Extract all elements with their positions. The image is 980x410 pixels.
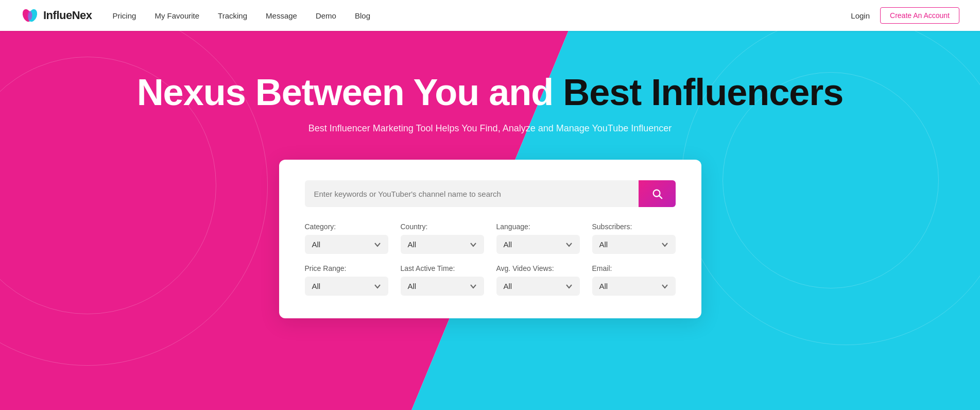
- chevron-down-icon: [374, 283, 381, 290]
- hero-section: Nexus Between You and Best Influencers B…: [0, 31, 980, 410]
- filter-category-select[interactable]: All: [305, 235, 388, 254]
- chevron-down-icon: [374, 241, 381, 248]
- nav-links: Pricing My Favourite Tracking Message De…: [113, 11, 851, 20]
- filter-price-range-value: All: [312, 282, 321, 291]
- hero-subtitle: Best Influencer Marketing Tool Helps You…: [308, 123, 672, 134]
- hero-title: Nexus Between You and Best Influencers: [137, 72, 844, 113]
- nav-right: Login Create An Account: [851, 7, 959, 24]
- logo-icon: [21, 6, 39, 25]
- filter-grid: Category: All Country: All Language:: [305, 223, 676, 296]
- filter-last-active-time-label: Last Active Time:: [401, 264, 484, 272]
- chevron-down-icon: [661, 283, 668, 290]
- filter-price-range-select[interactable]: All: [305, 277, 388, 296]
- chevron-down-icon: [565, 241, 573, 248]
- filter-language-value: All: [504, 240, 512, 249]
- create-account-button[interactable]: Create An Account: [880, 7, 959, 24]
- filter-country-label: Country:: [401, 223, 484, 231]
- filter-price-range-label: Price Range:: [305, 264, 388, 272]
- nav-my-favourite[interactable]: My Favourite: [154, 11, 199, 20]
- nav-tracking[interactable]: Tracking: [218, 11, 247, 20]
- filter-subscribers: Subscribers: All: [592, 223, 676, 254]
- chevron-down-icon: [565, 283, 573, 290]
- filter-email-select[interactable]: All: [592, 277, 676, 296]
- nav-pricing[interactable]: Pricing: [113, 11, 136, 20]
- filter-language-label: Language:: [496, 223, 580, 231]
- search-input[interactable]: [305, 180, 639, 207]
- filter-last-active-time: Last Active Time: All: [401, 264, 484, 296]
- search-card: Category: All Country: All Language:: [279, 160, 701, 318]
- filter-country-value: All: [408, 240, 417, 249]
- svg-line-4: [659, 196, 662, 198]
- nav-blog[interactable]: Blog: [355, 11, 370, 20]
- chevron-down-icon: [470, 283, 477, 290]
- filter-language: Language: All: [496, 223, 580, 254]
- search-button[interactable]: [639, 180, 676, 207]
- chevron-down-icon: [661, 241, 668, 248]
- filter-avg-video-views-select[interactable]: All: [496, 277, 580, 296]
- svg-point-2: [28, 11, 32, 20]
- filter-avg-video-views-value: All: [504, 282, 512, 291]
- filter-subscribers-select[interactable]: All: [592, 235, 676, 254]
- filter-country-select[interactable]: All: [401, 235, 484, 254]
- filter-category: Category: All: [305, 223, 388, 254]
- filter-email-value: All: [599, 282, 608, 291]
- filter-last-active-time-select[interactable]: All: [401, 277, 484, 296]
- filter-last-active-time-value: All: [408, 282, 417, 291]
- logo[interactable]: InflueNex: [21, 6, 92, 25]
- hero-title-white: Nexus Between You and: [137, 72, 563, 113]
- chevron-down-icon: [470, 241, 477, 248]
- filter-price-range: Price Range: All: [305, 264, 388, 296]
- filter-email: Email: All: [592, 264, 676, 296]
- hero-title-black: Best Influencers: [563, 72, 843, 113]
- nav-message[interactable]: Message: [266, 11, 297, 20]
- filter-avg-video-views-label: Avg. Video Views:: [496, 264, 580, 272]
- filter-subscribers-value: All: [599, 240, 608, 249]
- search-row: [305, 180, 676, 207]
- filter-language-select[interactable]: All: [496, 235, 580, 254]
- navbar: InflueNex Pricing My Favourite Tracking …: [0, 0, 980, 31]
- nav-demo[interactable]: Demo: [316, 11, 336, 20]
- login-button[interactable]: Login: [851, 11, 870, 20]
- filter-email-label: Email:: [592, 264, 676, 272]
- search-icon: [651, 188, 663, 199]
- logo-text: InflueNex: [43, 9, 92, 22]
- filter-country: Country: All: [401, 223, 484, 254]
- filter-avg-video-views: Avg. Video Views: All: [496, 264, 580, 296]
- filter-category-value: All: [312, 240, 321, 249]
- filter-subscribers-label: Subscribers:: [592, 223, 676, 231]
- hero-content: Nexus Between You and Best Influencers B…: [0, 72, 980, 318]
- filter-category-label: Category:: [305, 223, 388, 231]
